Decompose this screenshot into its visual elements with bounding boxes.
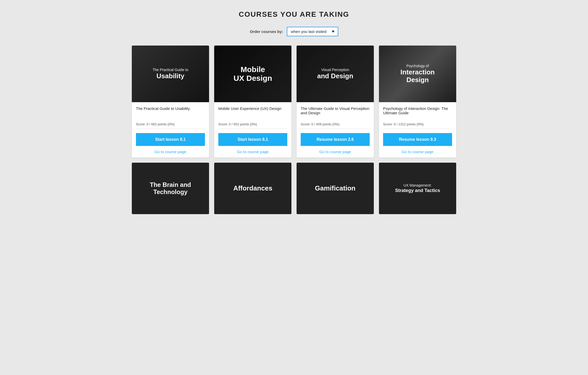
thumb-subtitle: UX Management:: [395, 183, 440, 187]
courses-grid: The Practical Guide to Usability The Pra…: [132, 46, 456, 158]
course-thumbnail-4: Psychology of InteractionDesign: [379, 46, 456, 102]
thumb-title: InteractionDesign: [401, 68, 435, 84]
course-score: Score: 0 / 662 points (0%): [136, 122, 205, 129]
bottom-course-card: Affordances: [214, 163, 291, 214]
bottom-thumbnail-3: Gamification: [297, 163, 374, 214]
course-thumbnail-1: The Practical Guide to Usability: [132, 46, 209, 102]
thumb-title: Strategy and Tactics: [395, 188, 440, 194]
course-name: The Ultimate Guide to Visual Perception …: [301, 106, 370, 119]
course-page-link[interactable]: Go to course page: [379, 146, 456, 158]
thumbnail-text: The Brain and Technology: [132, 177, 209, 199]
thumbnail-text: The Practical Guide to Usability: [149, 64, 193, 84]
lesson-button[interactable]: Resume lesson 2.6: [301, 133, 370, 146]
course-body: The Ultimate Guide to Visual Perception …: [297, 102, 374, 146]
course-card: MobileUX Design Mobile User Experience (…: [214, 46, 291, 158]
thumbnail-text: Psychology of InteractionDesign: [396, 60, 439, 88]
lesson-button[interactable]: Resume lesson 9.3: [383, 133, 452, 146]
thumbnail-text: Affordances: [229, 180, 276, 196]
order-bar: Order courses by: when you last visited …: [5, 27, 583, 36]
order-select[interactable]: when you last visited alphabetically by …: [287, 27, 338, 36]
course-thumbnail-3: Visual Perception and Design: [297, 46, 374, 102]
course-name: Psychology of Interaction Design: The Ul…: [383, 106, 452, 119]
thumb-title: Affordances: [233, 185, 272, 192]
lesson-button[interactable]: Start lesson 6.1: [218, 133, 287, 146]
thumb-subtitle: Psychology of: [401, 64, 435, 68]
course-card: The Practical Guide to Usability The Pra…: [132, 46, 209, 158]
bottom-course-card: The Brain and Technology: [132, 163, 209, 214]
course-body: The Practical Guide to Usability Score: …: [132, 102, 209, 146]
thumb-subtitle: Visual Perception: [317, 68, 353, 72]
thumbnail-text: MobileUX Design: [229, 61, 276, 87]
thumbnail-text: UX Management: Strategy and Tactics: [391, 179, 444, 198]
course-score: Score: 0 / 652 points (0%): [218, 122, 287, 129]
bottom-thumbnail-2: Affordances: [214, 163, 291, 214]
bottom-thumbnail-1: The Brain and Technology: [132, 163, 209, 214]
course-score: Score: 0 / 409 points (0%): [301, 122, 370, 129]
course-thumbnail-2: MobileUX Design: [214, 46, 291, 102]
thumbnail-text: Visual Perception and Design: [313, 64, 357, 84]
order-label: Order courses by:: [250, 29, 283, 34]
course-page-link[interactable]: Go to course page: [214, 146, 291, 158]
thumb-title: MobileUX Design: [234, 65, 272, 83]
course-card: Visual Perception and Design The Ultimat…: [297, 46, 374, 158]
bottom-thumbnail-4: UX Management: Strategy and Tactics: [379, 163, 456, 214]
bottom-course-card: UX Management: Strategy and Tactics: [379, 163, 456, 214]
page-title: COURSES YOU ARE TAKING: [5, 10, 583, 19]
course-body: Mobile User Experience (UX) Design Score…: [214, 102, 291, 146]
course-page-link[interactable]: Go to course page: [132, 146, 209, 158]
thumb-title: Usability: [153, 72, 188, 80]
bottom-course-card: Gamification: [297, 163, 374, 214]
thumb-title: The Brain and Technology: [136, 181, 205, 195]
thumbnail-text: Gamification: [311, 180, 359, 196]
lesson-button[interactable]: Start lesson 8.1: [136, 133, 205, 146]
course-score: Score: 0 / 1312 points (0%): [383, 122, 452, 129]
bottom-courses-grid: The Brain and Technology Affordances Gam…: [132, 163, 456, 214]
thumb-title: Gamification: [315, 185, 355, 192]
course-card: Psychology of InteractionDesign Psycholo…: [379, 46, 456, 158]
course-body: Psychology of Interaction Design: The Ul…: [379, 102, 456, 146]
thumb-title: and Design: [317, 72, 353, 80]
course-name: Mobile User Experience (UX) Design: [218, 106, 287, 119]
course-page-link[interactable]: Go to course page: [297, 146, 374, 158]
course-name: The Practical Guide to Usability: [136, 106, 205, 119]
thumb-subtitle: The Practical Guide to: [153, 68, 188, 72]
